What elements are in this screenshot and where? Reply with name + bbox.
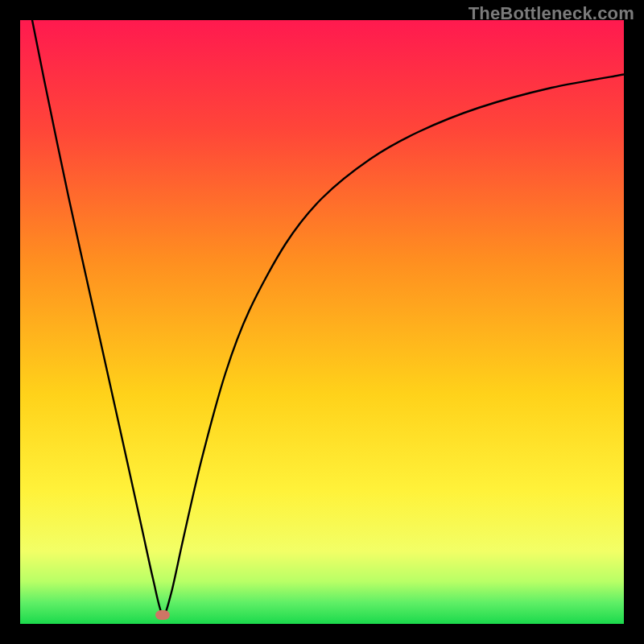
bottleneck-curve <box>20 20 624 624</box>
frame-border-left <box>0 0 20 644</box>
minimum-marker-icon <box>155 610 170 620</box>
frame-border-bottom <box>0 624 644 644</box>
watermark-text: TheBottleneck.com <box>469 3 634 24</box>
chart-root: TheBottleneck.com <box>0 0 644 644</box>
frame-border-right <box>624 0 644 644</box>
